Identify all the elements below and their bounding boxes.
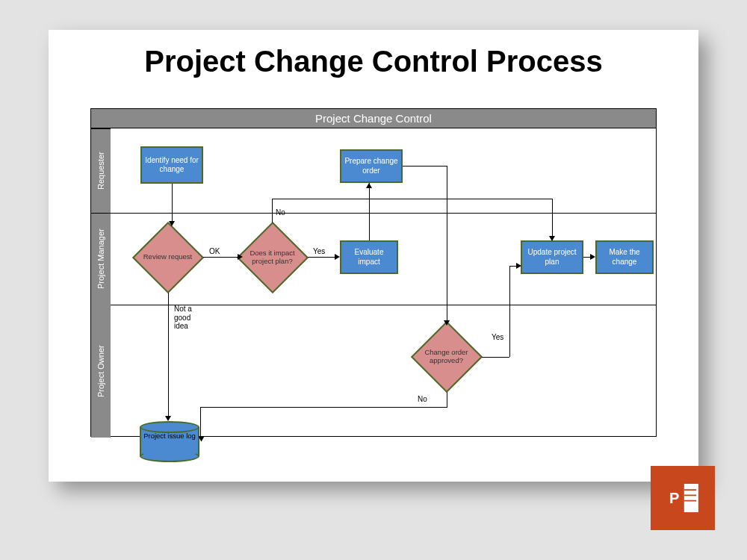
edge-review-to-impact [203,257,238,258]
edge-approved-no-v [447,392,447,407]
powerpoint-badge: P [651,466,715,530]
lane-requester-label: Requester [91,128,111,213]
edge-impact-no-v2 [552,199,553,236]
arrowhead [169,221,175,226]
node-update: Update project plan [521,240,583,274]
node-impact-question-text: Does it impact project plan? [237,222,308,293]
node-issue-log-text: Project issue log [140,432,199,440]
arrowhead [199,437,205,442]
node-impact-question: Does it impact project plan? [237,222,308,293]
edge-label-no1: No [276,208,285,217]
node-approved-question: Change order approved? [411,321,482,392]
arrowhead [516,263,521,269]
lane-divider-1 [111,213,656,214]
lane-project-owner-label: Project Owner [91,305,111,438]
edge-approved-yes-h [482,357,509,358]
arrowhead [590,254,595,260]
node-approved-question-text: Change order approved? [411,321,482,392]
arrowhead [549,236,555,241]
arrowhead [366,183,372,188]
edge-evaluate-to-prepare [369,183,370,240]
edge-label-yes1: Yes [313,247,325,256]
edge-impact-no-h [272,199,552,199]
swimlane-sidecol: Requester Project Manager Project Owner [91,128,111,438]
edge-prepare-to-approved-h [403,166,447,167]
lane-project-manager-label: Project Manager [91,213,111,305]
svg-text:P: P [669,490,679,506]
swimlane-frame: Project Change Control Requester Project… [90,108,657,437]
node-issue-log: Project issue log [140,421,199,462]
powerpoint-icon: P [661,476,704,520]
node-review-text: Review request [132,222,203,293]
page-title: Project Change Control Process [49,45,698,78]
node-identify: Identify need for change [140,146,203,184]
arrowhead [335,254,340,260]
node-make: Make the change [595,240,654,274]
edge-prepare-to-approved-v [447,166,447,323]
edge-review-to-log [168,293,169,420]
edge-approved-yes-v [509,266,510,357]
arrowhead [165,416,171,421]
node-prepare: Prepare change order [340,149,403,183]
edge-label-yes2: Yes [492,333,503,342]
slide: Project Change Control Process Project C… [49,30,698,482]
edge-identify-to-review [172,184,173,221]
edge-label-no2: No [418,395,427,404]
edge-impact-to-evaluate [308,257,336,258]
node-evaluate: Evaluate impact [340,240,398,274]
edge-label-not-good: Not a good idea [174,305,204,331]
arrowhead [444,320,450,326]
edge-label-ok: OK [209,247,220,256]
swimlane-header: Project Change Control [91,109,656,128]
node-review: Review request [132,222,203,293]
edge-approved-no-h [200,407,447,408]
edge-impact-no-v [272,199,273,223]
edge-approved-no-v2 [200,407,201,437]
arrowhead [238,254,243,260]
